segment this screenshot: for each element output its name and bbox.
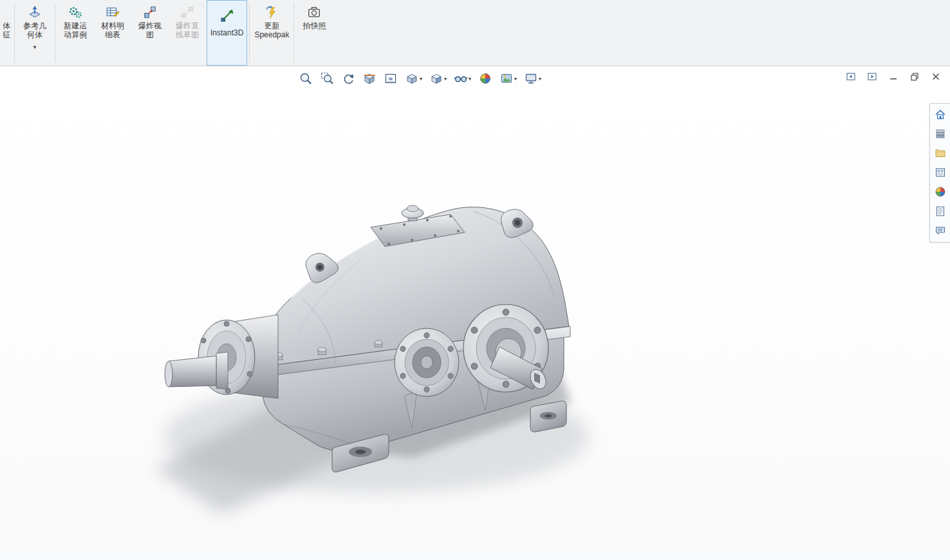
- file-explorer-tab[interactable]: [934, 147, 947, 160]
- scene-photo-icon: [499, 71, 514, 86]
- zoom-to-fit-button[interactable]: [297, 70, 314, 87]
- ribbon-label: 图: [146, 30, 154, 39]
- pane-toggle-left-icon: [846, 71, 856, 82]
- explode-line-sketch-button: 爆炸直 线草图: [169, 0, 206, 66]
- monitor-icon: [524, 71, 538, 86]
- pane-toggle-right-button[interactable]: [867, 71, 877, 82]
- pane-toggle-left-button[interactable]: [846, 71, 856, 82]
- dropdown-caret-icon[interactable]: ▾: [469, 76, 471, 82]
- ribbon-separator: [55, 3, 55, 62]
- appearances-scenes-tab[interactable]: [934, 185, 947, 198]
- take-snapshot-button[interactable]: 拍快照: [295, 0, 333, 66]
- zoom-to-area-button[interactable]: [319, 70, 335, 87]
- dropdown-caret-icon[interactable]: ▾: [444, 76, 447, 82]
- command-manager-ribbon: 体 征 参考几 何体 ▾ 新建运 动算例 材料明 细表: [0, 0, 950, 66]
- instant3d-button[interactable]: Instant3D: [207, 0, 247, 66]
- instant3d-icon: [219, 6, 235, 24]
- dropdown-caret-icon[interactable]: ▾: [33, 44, 37, 50]
- previous-view-button[interactable]: [340, 70, 357, 87]
- ribbon-label: Instant3D: [210, 28, 243, 37]
- custom-properties-icon: [934, 205, 947, 218]
- heads-up-view-toolbar: ▾ ▾ ▾ ▾ ▾: [297, 70, 543, 87]
- bill-of-materials-button[interactable]: 材料明 细表: [94, 0, 131, 66]
- close-button[interactable]: [931, 71, 941, 82]
- ribbon-label: 征: [3, 30, 10, 39]
- ribbon-label: 更新: [264, 21, 279, 30]
- solidworks-resources-tab[interactable]: [934, 108, 947, 121]
- solidworks-window: 体 征 参考几 何体 ▾ 新建运 动算例 材料明 细表: [0, 0, 950, 560]
- ribbon-label: 爆炸视: [138, 21, 162, 30]
- bom-table-icon: [106, 3, 120, 21]
- ribbon-label: 材料明: [101, 21, 124, 30]
- update-speedpak-icon: [265, 3, 279, 21]
- dropdown-caret-icon[interactable]: ▾: [420, 76, 422, 82]
- reference-geometry-button[interactable]: 参考几 何体 ▾: [16, 0, 53, 66]
- dropdown-caret-icon[interactable]: ▾: [514, 76, 517, 82]
- ribbon-label: 线草图: [176, 30, 199, 39]
- exploded-view-icon: [143, 3, 157, 21]
- close-icon: [931, 71, 941, 82]
- ribbon-separator: [249, 3, 250, 62]
- hide-show-items-button[interactable]: ▾: [452, 70, 472, 87]
- previous-view-icon: [341, 71, 355, 86]
- restore-button[interactable]: [909, 71, 920, 82]
- design-library-icon: [934, 127, 947, 140]
- camera-icon: [307, 3, 321, 21]
- restore-icon: [909, 71, 920, 82]
- appearances-ball-icon: [934, 185, 947, 198]
- view-settings-button[interactable]: ▾: [523, 70, 543, 87]
- update-speedpak-button[interactable]: 更新 Speedpak: [251, 0, 292, 66]
- display-style-icon: [429, 71, 443, 86]
- ribbon-label: 爆炸直: [176, 21, 199, 30]
- ribbon-button-partial[interactable]: 体 征: [0, 0, 13, 66]
- minimize-icon: [888, 71, 899, 82]
- pane-toggle-right-icon: [867, 71, 877, 82]
- view-orientation-icon: [405, 71, 419, 86]
- ribbon-label: 体: [3, 21, 10, 30]
- explode-line-sketch-icon: [180, 3, 194, 21]
- exploded-view-button[interactable]: 爆炸视 图: [131, 0, 169, 66]
- ribbon-label: Speedpak: [254, 30, 289, 39]
- 3d-drawing-view-button[interactable]: [382, 70, 399, 87]
- ribbon-label: 参考几: [23, 21, 46, 30]
- design-library-tab[interactable]: [934, 127, 947, 140]
- custom-properties-tab[interactable]: [934, 205, 947, 218]
- reference-geometry-icon: [28, 3, 42, 21]
- motion-study-icon: [68, 3, 82, 21]
- window-controls: [846, 71, 941, 82]
- ribbon-label: 动算例: [64, 30, 87, 39]
- section-view-icon: [362, 71, 377, 86]
- zoom-to-fit-icon: [299, 71, 313, 86]
- ribbon-label: 拍快照: [303, 21, 326, 30]
- folder-icon: [934, 147, 947, 160]
- new-motion-study-button[interactable]: 新建运 动算例: [57, 0, 94, 66]
- ribbon-label: 细表: [105, 30, 120, 39]
- ribbon-separator: [293, 3, 294, 62]
- graphics-viewport[interactable]: ▾ ▾ ▾ ▾ ▾: [0, 66, 950, 560]
- solidworks-forum-tab[interactable]: [934, 224, 947, 237]
- view-palette-icon: [934, 166, 947, 179]
- home-icon: [934, 108, 947, 121]
- gearbox-model[interactable]: [0, 66, 950, 560]
- eyeglasses-icon: [454, 71, 468, 86]
- appearance-ball-icon: [478, 71, 492, 86]
- zoom-to-area-icon: [320, 71, 334, 86]
- task-pane-tabs: [929, 103, 950, 243]
- ribbon-label: 何体: [27, 30, 42, 39]
- view-palette-tab[interactable]: [934, 166, 947, 179]
- ribbon-label: 新建运: [64, 21, 87, 30]
- view-orientation-button[interactable]: ▾: [404, 70, 424, 87]
- edit-appearance-button[interactable]: [477, 70, 494, 87]
- section-view-button[interactable]: [361, 70, 378, 87]
- display-style-button[interactable]: ▾: [428, 70, 448, 87]
- dropdown-caret-icon[interactable]: ▾: [539, 76, 541, 82]
- comment-bubble-icon: [934, 224, 947, 237]
- apply-scene-button[interactable]: ▾: [498, 70, 518, 87]
- 3d-drawing-view-icon: [384, 71, 398, 86]
- ribbon-separator: [14, 3, 15, 62]
- minimize-button[interactable]: [888, 71, 899, 82]
